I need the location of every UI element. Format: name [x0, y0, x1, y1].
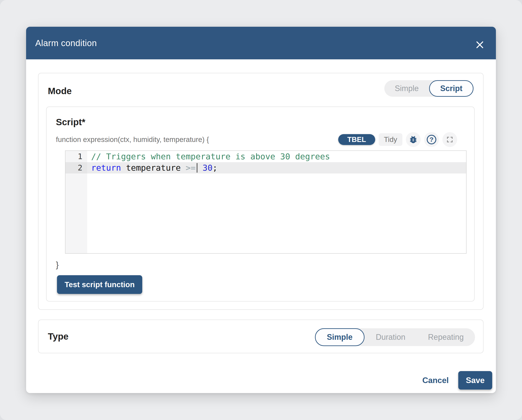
code-content: // Triggers when temperature is above 30…	[87, 151, 330, 162]
mode-option-script[interactable]: Script	[429, 80, 474, 97]
mode-toggle-group: Simple Script	[384, 80, 474, 97]
type-option-repeating[interactable]: Repeating	[417, 328, 475, 346]
script-signature-row: function expression(ctx, humidity, tempe…	[56, 129, 457, 150]
cancel-button[interactable]: Cancel	[422, 376, 449, 385]
dialog-footer: Cancel Save	[26, 371, 492, 390]
type-section: Type Simple Duration Repeating	[38, 320, 484, 353]
script-label: Script*	[56, 117, 85, 128]
bug-report-icon	[408, 135, 418, 144]
function-signature: function expression(ctx, humidity, tempe…	[56, 135, 209, 144]
save-button[interactable]: Save	[458, 371, 492, 390]
language-tbel-button[interactable]: TBEL	[338, 134, 375, 145]
function-closing-brace: }	[56, 260, 59, 270]
line-number: 2	[65, 162, 87, 173]
help-icon: ?	[427, 135, 436, 144]
help-button[interactable]: ?	[424, 132, 439, 147]
fullscreen-icon	[445, 135, 455, 144]
debug-button[interactable]	[406, 132, 421, 147]
line-number: 1	[65, 151, 87, 162]
close-button[interactable]	[473, 38, 486, 51]
code-line-1: 1 // Triggers when temperature is above …	[65, 151, 466, 162]
script-section: Script* function expression(ctx, humidit…	[46, 106, 475, 301]
code-line-2: 2 return temperature >= 30;	[65, 162, 466, 173]
script-code-editor[interactable]: 1 // Triggers when temperature is above …	[65, 150, 467, 254]
type-option-simple[interactable]: Simple	[315, 328, 365, 346]
code-content: return temperature >= 30;	[87, 162, 217, 173]
script-toolbar: TBEL Tidy ?	[338, 132, 457, 147]
type-option-duration[interactable]: Duration	[365, 328, 417, 346]
fullscreen-button[interactable]	[442, 132, 457, 147]
test-script-function-button[interactable]: Test script function	[57, 275, 142, 294]
tidy-button[interactable]: Tidy	[379, 133, 402, 146]
mode-section: Mode Simple Script Script* function expr…	[38, 73, 484, 310]
dialog-title: Alarm condition	[35, 38, 97, 48]
alarm-condition-dialog: Alarm condition Mode Simple Script Scrip…	[26, 27, 496, 393]
type-label: Type	[48, 320, 69, 353]
dialog-header: Alarm condition	[26, 27, 496, 59]
mode-label: Mode	[48, 86, 72, 96]
type-toggle-group: Simple Duration Repeating	[315, 328, 475, 346]
mode-option-simple[interactable]: Simple	[384, 80, 429, 97]
page-background: Alarm condition Mode Simple Script Scrip…	[0, 0, 522, 420]
close-icon	[475, 40, 485, 50]
